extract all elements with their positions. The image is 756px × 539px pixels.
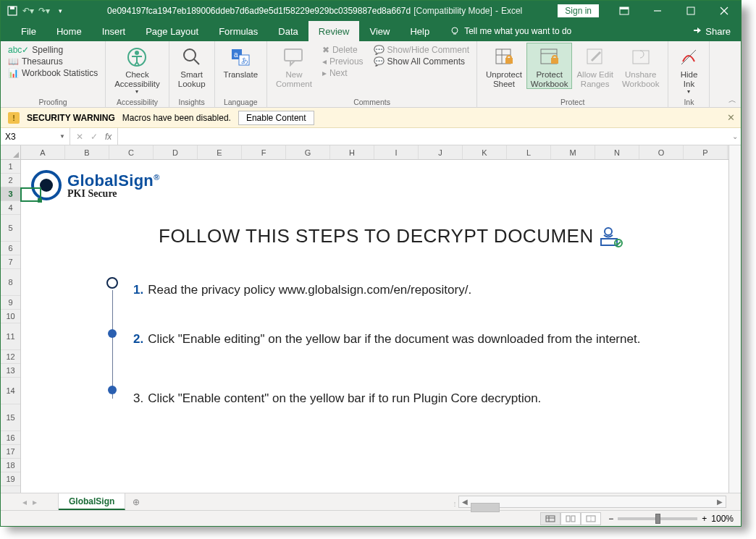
- tab-review[interactable]: Review: [308, 21, 360, 41]
- row-4[interactable]: 4: [1, 201, 20, 215]
- col-E[interactable]: E: [198, 145, 242, 159]
- sign-in-button[interactable]: Sign in: [558, 4, 599, 17]
- row-16[interactable]: 16: [1, 431, 20, 445]
- group-ink-label: Ink: [684, 98, 694, 108]
- minimize-icon[interactable]: [641, 1, 674, 21]
- tab-page-layout[interactable]: Page Layout: [135, 21, 209, 41]
- col-P[interactable]: P: [684, 145, 728, 159]
- select-all-corner[interactable]: [1, 145, 20, 160]
- expand-formula-bar-icon[interactable]: ⌄: [732, 132, 738, 140]
- tab-file[interactable]: File: [11, 21, 46, 41]
- qat-customize-icon[interactable]: ▾: [54, 5, 66, 17]
- col-I[interactable]: I: [374, 145, 419, 159]
- workbook-statistics-button[interactable]: 📊Workbook Statistics: [5, 67, 101, 79]
- row-1[interactable]: 1: [1, 160, 20, 174]
- sheet-tab-globalsign[interactable]: GlobalSign: [59, 493, 125, 510]
- svg-rect-33: [546, 516, 555, 522]
- zoom-slider[interactable]: [618, 517, 697, 520]
- ribbon-display-icon[interactable]: [608, 1, 641, 21]
- row-17[interactable]: 17: [1, 445, 20, 459]
- redo-icon[interactable]: ↷▾: [38, 5, 50, 17]
- row-19[interactable]: 19: [1, 472, 20, 486]
- zoom-out-button[interactable]: −: [608, 514, 613, 524]
- showhide-icon: 💬: [374, 45, 385, 55]
- col-N[interactable]: N: [595, 145, 639, 159]
- col-O[interactable]: O: [639, 145, 684, 159]
- share-button[interactable]: Share: [682, 26, 741, 37]
- save-icon[interactable]: [7, 5, 18, 17]
- col-J[interactable]: J: [419, 145, 463, 159]
- row-15[interactable]: 15: [1, 404, 20, 431]
- row-14[interactable]: 14: [1, 378, 20, 404]
- maximize-icon[interactable]: [674, 1, 707, 21]
- smart-lookup-button[interactable]: Smart Lookup: [174, 43, 210, 88]
- close-icon[interactable]: [707, 1, 741, 21]
- page-layout-view-button[interactable]: [560, 512, 581, 525]
- row-9[interactable]: 9: [1, 296, 20, 310]
- row-8[interactable]: 8: [1, 269, 20, 296]
- tell-me-search[interactable]: Tell me what you want to do: [440, 26, 581, 36]
- col-C[interactable]: C: [109, 145, 154, 159]
- col-A[interactable]: A: [21, 145, 65, 159]
- tab-formulas[interactable]: Formulas: [209, 21, 268, 41]
- name-box[interactable]: X3 ▼: [1, 128, 70, 145]
- tab-help[interactable]: Help: [400, 21, 440, 41]
- row-2[interactable]: 2: [1, 174, 20, 187]
- col-K[interactable]: K: [463, 145, 507, 159]
- row-6[interactable]: 6: [1, 242, 20, 255]
- col-H[interactable]: H: [330, 145, 374, 159]
- zoom-in-button[interactable]: +: [702, 514, 707, 524]
- tab-nav-first-icon[interactable]: ◂: [22, 497, 27, 507]
- page-break-view-button[interactable]: [581, 512, 601, 525]
- row-18[interactable]: 18: [1, 459, 20, 472]
- row-11[interactable]: 11: [1, 323, 20, 350]
- row-5[interactable]: 5: [1, 215, 20, 242]
- tab-data[interactable]: Data: [268, 21, 308, 41]
- row-12[interactable]: 12: [1, 350, 20, 364]
- worksheet-area[interactable]: GlobalSign® PKI Secure FOLLOW THIS STEPS…: [21, 160, 741, 465]
- enable-content-button[interactable]: Enable Content: [238, 111, 314, 125]
- vertical-scrollbar[interactable]: [728, 145, 741, 493]
- col-L[interactable]: L: [507, 145, 551, 159]
- new-sheet-button[interactable]: ⊕: [125, 493, 147, 510]
- col-M[interactable]: M: [551, 145, 595, 159]
- col-G[interactable]: G: [286, 145, 330, 159]
- row-13[interactable]: 13: [1, 364, 20, 378]
- globalsign-logo: GlobalSign® PKI Secure: [31, 170, 160, 200]
- name-box-dropdown-icon[interactable]: ▼: [59, 133, 65, 140]
- cancel-formula-icon[interactable]: ✕: [76, 132, 83, 142]
- fx-icon[interactable]: fx: [105, 132, 112, 142]
- show-all-comments-button[interactable]: 💬Show All Comments: [371, 56, 472, 67]
- tab-nav-last-icon[interactable]: ▸: [33, 497, 37, 507]
- normal-view-button[interactable]: [540, 512, 560, 525]
- svg-point-12: [135, 51, 139, 55]
- collapse-ribbon-icon[interactable]: ︿: [728, 95, 736, 106]
- svg-text:a: a: [234, 51, 238, 59]
- tab-view[interactable]: View: [359, 21, 400, 41]
- unprotect-sheet-button[interactable]: Unprotect Sheet: [482, 43, 526, 88]
- accessibility-icon: [125, 46, 148, 69]
- enter-formula-icon[interactable]: ✓: [91, 132, 98, 142]
- row-3[interactable]: 3: [1, 187, 20, 201]
- hide-ink-button[interactable]: Hide Ink▾: [673, 43, 705, 96]
- horizontal-scrollbar[interactable]: ⋮ ◀ ▶: [458, 496, 726, 508]
- check-accessibility-button[interactable]: Check Accessibility▾: [110, 43, 164, 96]
- row-10[interactable]: 10: [1, 310, 20, 323]
- unprotect-sheet-icon: [492, 46, 516, 69]
- col-B[interactable]: B: [65, 145, 109, 159]
- close-security-bar-icon[interactable]: ✕: [727, 112, 735, 123]
- tab-home[interactable]: Home: [46, 21, 92, 41]
- protect-workbook-button[interactable]: Protect Workbook: [526, 43, 573, 89]
- zoom-level[interactable]: 100%: [711, 514, 734, 524]
- thesaurus-button[interactable]: 📖Thesaurus: [5, 56, 101, 67]
- tab-insert[interactable]: Insert: [92, 21, 136, 41]
- translate-button[interactable]: aあ Translate: [219, 43, 263, 80]
- column-headers[interactable]: ABCDEFGHIJKLMNOP: [21, 145, 741, 160]
- formula-input[interactable]: [122, 132, 736, 142]
- ink-icon: [677, 46, 700, 69]
- col-F[interactable]: F: [242, 145, 286, 159]
- spelling-button[interactable]: abc✓Spelling: [5, 44, 101, 56]
- col-D[interactable]: D: [154, 145, 198, 159]
- row-7[interactable]: 7: [1, 255, 20, 269]
- undo-icon[interactable]: ↶▾: [22, 5, 34, 17]
